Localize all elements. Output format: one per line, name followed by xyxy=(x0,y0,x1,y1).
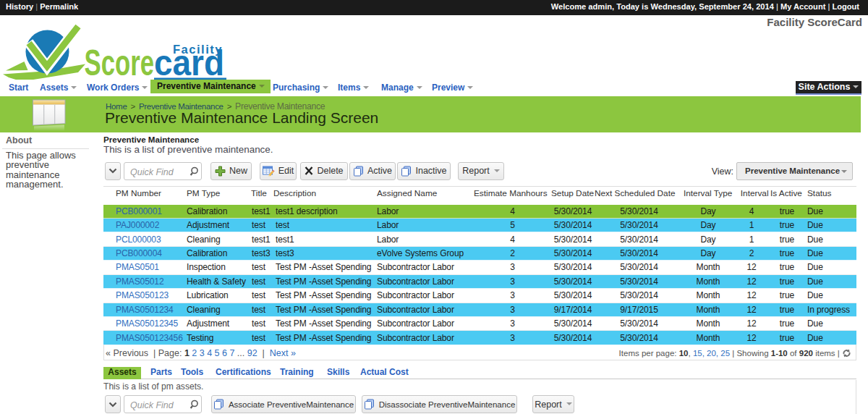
svg-text:Score: Score xyxy=(85,43,155,83)
